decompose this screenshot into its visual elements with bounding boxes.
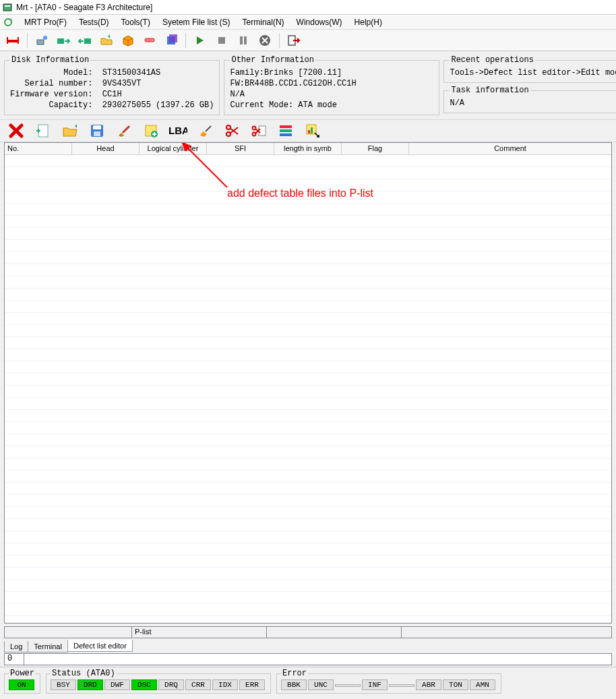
plist-status-strip: P-list bbox=[4, 626, 612, 638]
error-chip-ton: TON bbox=[443, 679, 468, 690]
col-flag[interactable]: Flag bbox=[342, 143, 409, 154]
paint-brush-icon[interactable] bbox=[195, 121, 214, 140]
toolbar-editor: LBA bbox=[0, 119, 616, 142]
other-family: Family:Brinks [7200.11] bbox=[230, 67, 433, 78]
delete-red-x-icon[interactable] bbox=[7, 121, 26, 140]
disk-firmware: CC1H bbox=[102, 90, 122, 99]
col-head[interactable]: Head bbox=[72, 143, 140, 154]
grid-body[interactable] bbox=[5, 155, 611, 623]
col-comment[interactable]: Comment bbox=[409, 143, 611, 154]
drive-in-icon[interactable] bbox=[76, 32, 94, 49]
menu-system-file-list[interactable]: Syetem File list (S) bbox=[157, 16, 236, 29]
status-chip-dwf: DWF bbox=[104, 679, 130, 690]
info-row: Disk Information Model: ST31500341AS Ser… bbox=[0, 51, 616, 119]
col-length-in-symb[interactable]: length in symb bbox=[274, 143, 342, 154]
exit-icon[interactable] bbox=[285, 32, 303, 49]
tab-log[interactable]: Log bbox=[4, 641, 28, 652]
status-chip-dsc: DSC bbox=[131, 679, 157, 690]
menu-tools[interactable]: Tools(T) bbox=[116, 16, 156, 29]
drive-info-icon[interactable] bbox=[33, 32, 51, 49]
folder-out-icon[interactable] bbox=[98, 32, 115, 49]
col-no[interactable]: No. bbox=[5, 143, 72, 154]
svg-rect-15 bbox=[244, 36, 247, 44]
error-chip-inf: INF bbox=[362, 679, 388, 690]
box-icon[interactable] bbox=[119, 32, 137, 49]
disk-serial: 9VS435VT bbox=[102, 79, 142, 88]
address-bar: 0 bbox=[4, 653, 612, 665]
pause-icon[interactable] bbox=[235, 32, 252, 49]
chart-cursor-icon[interactable] bbox=[303, 121, 322, 140]
lba-button[interactable]: LBA bbox=[168, 121, 187, 140]
col-sfi[interactable]: SFI bbox=[207, 143, 274, 154]
plist-box-2: P-list bbox=[132, 626, 267, 638]
svg-rect-32 bbox=[280, 133, 292, 136]
menu-help[interactable]: Help(H) bbox=[349, 16, 388, 29]
svg-rect-1 bbox=[5, 5, 10, 7]
address-rest[interactable] bbox=[24, 653, 612, 665]
error-panel: Error BBKUNCINFABRTONAMN bbox=[276, 669, 501, 694]
scissors-icon[interactable] bbox=[222, 121, 241, 140]
toolbar-main bbox=[0, 30, 616, 51]
address-value[interactable]: 0 bbox=[4, 653, 24, 665]
menu-terminal[interactable]: Terminal(N) bbox=[237, 16, 290, 29]
tab-terminal[interactable]: Terminal bbox=[28, 641, 68, 652]
plist-box-3 bbox=[267, 626, 402, 638]
other-mode: Current Mode: ATA mode bbox=[230, 100, 433, 111]
brush-icon[interactable] bbox=[115, 121, 133, 140]
save-disk-icon[interactable] bbox=[88, 121, 106, 140]
power-on-chip: ON bbox=[9, 679, 34, 690]
svg-rect-13 bbox=[218, 37, 225, 44]
status-chip-drq: DRQ bbox=[158, 679, 184, 690]
status-chip-bsy: BSY bbox=[51, 679, 76, 690]
scissors-doc-icon[interactable] bbox=[249, 121, 268, 140]
grid-header: No. Head Logical cylinder SFI length in … bbox=[5, 143, 611, 155]
plist-box-1 bbox=[4, 626, 132, 638]
defect-grid: No. Head Logical cylinder SFI length in … bbox=[4, 142, 612, 624]
svg-rect-14 bbox=[240, 36, 243, 44]
error-chip-blank bbox=[389, 684, 414, 687]
eraser-icon[interactable] bbox=[141, 32, 158, 49]
other-info-legend: Other Information bbox=[230, 55, 315, 65]
svg-rect-3 bbox=[7, 40, 19, 42]
svg-rect-0 bbox=[3, 4, 11, 11]
close-circle-icon[interactable] bbox=[256, 32, 274, 49]
menu-windows[interactable]: Windows(W) bbox=[291, 16, 348, 29]
svg-rect-27 bbox=[259, 126, 266, 135]
play-icon[interactable] bbox=[191, 32, 209, 49]
color-bars-icon[interactable] bbox=[276, 121, 295, 140]
recent-operations-panel: Recent operations Tools->Defect list edi… bbox=[443, 55, 616, 83]
new-file-icon[interactable] bbox=[34, 121, 53, 140]
svg-rect-12 bbox=[169, 34, 177, 42]
menu-bar: MRT Pro(F) Tests(D) Tools(T) Syetem File… bbox=[0, 15, 616, 30]
recent-legend: Recent operations bbox=[450, 55, 534, 65]
error-chip-unc: UNC bbox=[308, 679, 334, 690]
svg-rect-8 bbox=[57, 38, 64, 44]
refresh-icon[interactable] bbox=[3, 17, 13, 28]
svg-rect-5 bbox=[18, 37, 19, 44]
note-add-icon[interactable] bbox=[142, 121, 160, 140]
status-chip-idx: IDX bbox=[212, 679, 238, 690]
cube-icon[interactable] bbox=[162, 32, 180, 49]
col-logical-cylinder[interactable]: Logical cylinder bbox=[140, 143, 207, 154]
tab-defect-list-editor[interactable]: Defect list editor bbox=[67, 640, 133, 652]
stop-icon[interactable] bbox=[213, 32, 230, 49]
power-panel: Power ON bbox=[4, 669, 40, 694]
svg-text:LBA: LBA bbox=[168, 125, 187, 136]
svg-rect-35 bbox=[311, 127, 313, 133]
menu-tests[interactable]: Tests(D) bbox=[73, 16, 115, 29]
recent-operation: Tools->Defect list editor->Edit module 0… bbox=[450, 67, 616, 78]
bed-icon[interactable] bbox=[4, 32, 22, 49]
footer-status: Power ON Status (ATA0) BSYDRDDWFDSCDRQCR… bbox=[0, 667, 616, 699]
open-folder-icon[interactable] bbox=[61, 121, 80, 140]
plist-box-4 bbox=[402, 626, 612, 638]
menu-mrt-pro[interactable]: MRT Pro(F) bbox=[19, 16, 72, 29]
error-chip-amn: AMN bbox=[470, 679, 495, 690]
svg-point-7 bbox=[43, 36, 47, 40]
status-chip-err: ERR bbox=[239, 679, 265, 690]
title-bar: Mrt - [ATA0 - Seagate F3 Architecture] bbox=[0, 0, 616, 15]
status-chip-drd: DRD bbox=[78, 679, 103, 690]
other-information-panel: Other Information Family:Brinks [7200.11… bbox=[224, 55, 439, 115]
status-ata-panel: Status (ATA0) BSYDRDDWFDSCDRQCRRIDXERR bbox=[46, 669, 271, 694]
drive-out-icon[interactable] bbox=[55, 32, 72, 49]
disk-model: ST31500341AS bbox=[102, 68, 160, 78]
